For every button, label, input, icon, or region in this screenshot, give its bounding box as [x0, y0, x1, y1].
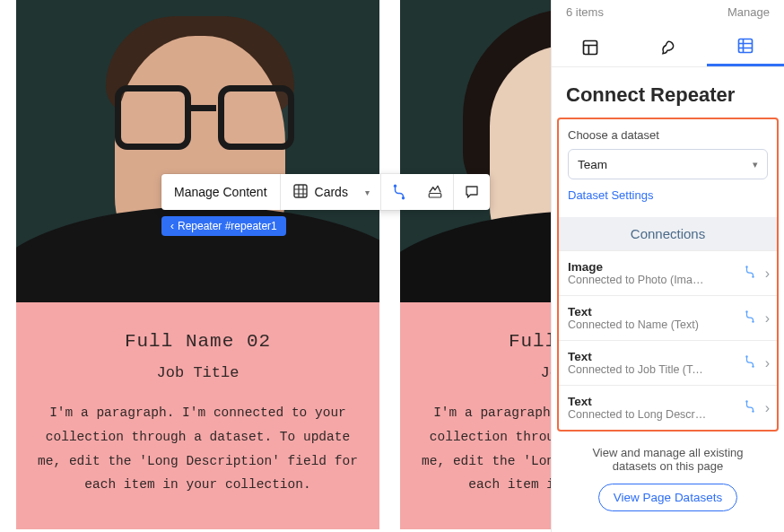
card-title[interactable]: Full Name 02: [422, 331, 551, 352]
chevron-down-icon[interactable]: ▾: [361, 174, 380, 210]
svg-point-8: [745, 310, 747, 312]
panel-footer: View and manage all existing datasets on…: [552, 432, 784, 511]
svg-rect-4: [584, 40, 597, 54]
editor-canvas: Full Name 02 Job Title I'm a paragraph. …: [0, 0, 551, 532]
chevron-down-icon: ▾: [753, 159, 758, 170]
card-description[interactable]: I'm a paragraph. I'm connected to your c…: [422, 401, 551, 497]
tab-connect[interactable]: [707, 28, 784, 66]
manage-dataset-link[interactable]: Manage: [727, 5, 770, 19]
dynamic-icon: [744, 310, 756, 327]
connection-title: Text: [568, 305, 699, 318]
svg-point-6: [745, 266, 747, 267]
dataset-settings-link[interactable]: Dataset Settings: [568, 188, 653, 202]
dataset-item-count: 6 items: [566, 5, 604, 19]
layout-icon: [581, 39, 599, 57]
svg-rect-0: [294, 185, 307, 197]
connection-title: Text: [568, 350, 707, 363]
svg-point-1: [394, 185, 396, 188]
chevron-right-icon: ›: [765, 355, 770, 371]
tab-layout[interactable]: [552, 28, 629, 66]
connection-title: Text: [568, 395, 707, 408]
svg-point-10: [745, 355, 747, 357]
card-image[interactable]: [400, 0, 551, 302]
repeater-item[interactable]: Full Name 02 Job Title I'm a paragraph. …: [16, 0, 379, 529]
dataset-icon: [736, 37, 754, 55]
svg-point-7: [752, 275, 754, 277]
svg-point-12: [745, 400, 747, 402]
layout-label: Cards: [315, 185, 348, 199]
repeater[interactable]: Full Name 02 Job Title I'm a paragraph. …: [0, 0, 551, 532]
view-page-datasets-button[interactable]: View Page Datasets: [598, 484, 737, 511]
connection-subtitle: Connected to Long Descri…: [568, 408, 707, 421]
connection-row-longdesc[interactable]: Text Connected to Long Descri… ›: [559, 385, 777, 430]
card-body: Full Name 02 Job Title I'm a paragraph. …: [400, 302, 551, 529]
svg-rect-5: [738, 39, 752, 53]
svg-point-13: [752, 410, 754, 412]
element-breadcrumb-label: Repeater #repeater1: [178, 220, 277, 232]
dynamic-icon: [744, 355, 756, 371]
manage-content-button[interactable]: Manage Content: [161, 174, 280, 210]
connections-header: Connections: [559, 217, 777, 250]
card-subtitle[interactable]: Job Title: [38, 364, 358, 381]
connection-row-image[interactable]: Image Connected to Photo (Image) ›: [559, 250, 777, 295]
dynamic-icon: [744, 400, 756, 416]
card-body: Full Name 02 Job Title I'm a paragraph. …: [16, 302, 379, 529]
comment-icon[interactable]: [454, 174, 490, 210]
chevron-right-icon: ›: [765, 266, 770, 282]
connection-row-name[interactable]: Text Connected to Name (Text) ›: [559, 295, 777, 340]
card-description[interactable]: I'm a paragraph. I'm connected to your c…: [38, 401, 358, 497]
panel-title: Connect Repeater: [552, 67, 784, 118]
panel-tabs: [552, 28, 784, 67]
dataset-select[interactable]: Team ▾: [568, 149, 768, 179]
animation-icon[interactable]: [417, 174, 453, 210]
card-title[interactable]: Full Name 02: [38, 331, 358, 352]
grid-icon: [293, 184, 308, 201]
svg-point-9: [752, 320, 754, 322]
connection-subtitle: Connected to Name (Text): [568, 318, 699, 331]
repeater-item[interactable]: Full Name 02 Job Title I'm a paragraph. …: [400, 0, 551, 529]
element-breadcrumb[interactable]: ‹ Repeater #repeater1: [161, 216, 286, 236]
svg-point-11: [752, 365, 754, 367]
svg-point-2: [402, 196, 405, 199]
connect-data-icon[interactable]: [381, 174, 417, 210]
connection-row-jobtitle[interactable]: Text Connected to Job Title (Text) ›: [559, 340, 777, 385]
connection-title: Image: [568, 260, 707, 274]
svg-rect-3: [429, 194, 441, 198]
connection-subtitle: Connected to Job Title (Text): [568, 363, 707, 376]
connect-panel: 6 items Manage Connect Repeater Choose a…: [551, 0, 784, 532]
dataset-label: Choose a dataset: [568, 128, 768, 142]
chevron-right-icon: ›: [765, 400, 770, 416]
layout-select[interactable]: Cards: [281, 174, 361, 210]
dataset-select-value: Team: [578, 158, 607, 171]
panel-dataset-summary: 6 items Manage: [552, 0, 784, 28]
tab-design[interactable]: [629, 28, 706, 66]
connection-subtitle: Connected to Photo (Image): [568, 274, 707, 286]
chevron-left-icon: ‹: [170, 220, 174, 232]
brush-icon: [658, 39, 676, 57]
card-subtitle[interactable]: Job Title: [422, 364, 551, 381]
connect-settings-block: Choose a dataset Team ▾ Dataset Settings…: [557, 118, 779, 432]
dynamic-icon: [744, 266, 756, 282]
panel-footer-text: View and manage all existing datasets on…: [571, 446, 764, 473]
card-image[interactable]: [16, 0, 379, 302]
element-toolbar: Manage Content Cards ▾: [161, 174, 490, 210]
chevron-right-icon: ›: [765, 310, 770, 327]
